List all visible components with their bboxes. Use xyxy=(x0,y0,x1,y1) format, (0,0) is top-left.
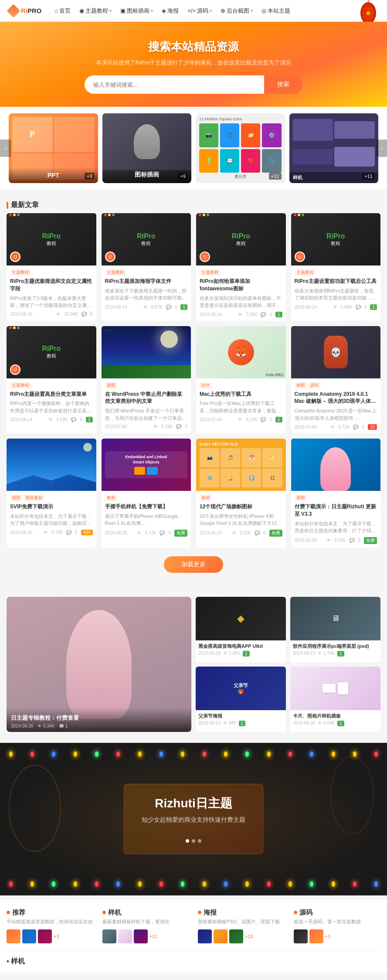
article-card-6[interactable]: · · · · 插图 在 WordPress 中禁止用户删除某些文章类别中的文章… xyxy=(102,326,191,434)
comment-icon-9: 💬 xyxy=(66,530,71,535)
chevron-down-icon2: ▾ xyxy=(151,8,153,13)
article-meta-4: 2019-08-14 👁 5.66K 💬 0 1 xyxy=(295,304,377,310)
article-date-4: 2019-08-14 xyxy=(295,305,329,310)
load-more-button[interactable]: 加载更多 xyxy=(164,556,223,573)
logo[interactable]: RiPRO xyxy=(9,6,42,16)
code-icon: </> xyxy=(187,7,196,14)
logo-text: RiPRO xyxy=(21,7,42,14)
badge-9: 499 xyxy=(81,530,93,535)
carousel-count-icons: +11 xyxy=(269,173,282,180)
featured-item-4[interactable]: 卡片、照相片样机模板 2019-06-20 👁 4.04K 1 xyxy=(290,667,380,732)
carousel-item-icons[interactable]: 12 Modern Square Icons 📷 🎵 📁 ⚙️ 🔋 💬 ❤️ 📎… xyxy=(196,113,285,183)
article-card-3[interactable]: RiPro 教程 U 主题教程 RiPro如何给菜单添加fontawesome图… xyxy=(196,213,286,321)
footer-cat-poster: 海报 我有素材模板PSD、湿图片、背面下载 +13 xyxy=(198,909,285,943)
footer-cat-thumbs-4: +1 xyxy=(294,929,381,943)
views-12: 9.53K xyxy=(334,538,346,543)
carousel-item-girl[interactable]: 图标插画 +9 xyxy=(102,113,192,183)
article-thumb-5: RiPro 教程 U xyxy=(7,326,96,378)
article-date-8: 2019-07-04 xyxy=(295,425,327,429)
carousel-item-ppt[interactable]: P PPT +3 xyxy=(9,113,98,183)
article-title-10: 手摆手机样机【免费下载】 xyxy=(105,503,188,510)
article-cat-2: 主题教程 xyxy=(105,269,188,276)
carousel-count-girl: +9 xyxy=(178,173,188,180)
article-body-7: 软件 Mac上优秀的下载工具 Folx Pro是一款Mac上优秀的下载工具，功能… xyxy=(196,378,286,426)
promo-dot-1[interactable] xyxy=(186,839,189,843)
article-card-4[interactable]: RiPro 教程 U 主题教程 RiPro主题设置前功架下载后公工具 你多次发现… xyxy=(291,213,381,321)
nav-screenshot[interactable]: ⊕ 后台截图 ▾ xyxy=(221,7,253,15)
article-card-7[interactable]: 🦊 Folx PRO 软件 Mac上优秀的下载工具 Folx Pro是一款Mac… xyxy=(196,326,286,434)
footer-cat-mockup: 样机 最新素材模板样机下载，更优化 +11 xyxy=(102,909,190,943)
article-card-5[interactable]: RiPro 教程 U 主题教程 RiPro主题设置高质分类文章菜单 RiPro内… xyxy=(7,326,96,434)
article-thumb-2: RiPro 教程 U xyxy=(102,213,191,265)
nav-source[interactable]: </> 源码 ▾ xyxy=(187,7,212,15)
svg-text:春: 春 xyxy=(366,11,371,16)
article-body-11: 素材 12个现代广场旗帜图标 20个高分辨率女性样机 iPhone X和Goog… xyxy=(196,491,286,540)
article-meta-7: 2019-07-04 👁 5.11K 💬 0 1 xyxy=(200,417,282,422)
nav-theme[interactable]: ◎ 本站主题 xyxy=(261,7,290,15)
search-button[interactable]: 搜索 xyxy=(264,75,302,94)
article-card-12[interactable]: 插图 付费下载演示：日主题Rizhuti 更新至 V3.3 本站积分有包括本文，… xyxy=(291,439,381,548)
article-card-9[interactable]: 插图 视觉素材 SVIP免费下载演示 本站积分有包括本文，为了展示下载，为了用户… xyxy=(7,439,96,548)
section-bar xyxy=(7,202,8,209)
eye-icon-2: 👁 xyxy=(143,305,148,310)
home-icon: ⌂ xyxy=(55,7,58,14)
image-icon: ▣ xyxy=(120,7,126,14)
featured-item-3[interactable]: 父亲节🎁 父亲节海报 2019-06-13 👁 845 1 xyxy=(196,667,286,732)
eye-icon-6: 👁 xyxy=(153,424,158,429)
views-7: 5.11K xyxy=(246,417,257,422)
article-card-2[interactable]: RiPro 教程 U 主题教程 RiPro主题添加海报字体文件 很多朋友子下载使… xyxy=(102,213,191,321)
comment-icon-12: 💬 xyxy=(349,538,354,543)
foot-thumb-2c xyxy=(134,929,148,943)
article-card-10[interactable]: Embedded and LinkedSmart Objects 教程 手摆手机… xyxy=(102,439,191,548)
views-6: 5.34K xyxy=(161,424,173,429)
carousel-item-mockup[interactable]: 样机 +11 xyxy=(289,113,379,183)
featured-item-2[interactable]: 🖥 软件应用程序展示pc端界面层 (psd) 2019-06-13 👁 1.74… xyxy=(290,597,380,662)
foot-thumb-1b xyxy=(22,929,36,943)
promo-dot-3[interactable] xyxy=(198,839,201,843)
light-b13 xyxy=(267,881,271,887)
article-desc-5: RiPro内置一个微微架构，这个架构的作用是可以基于某些标签进行显示某些分... xyxy=(10,400,93,414)
chevron-down-icon3: ▾ xyxy=(210,8,212,13)
footer-cat-thumbs-3: +13 xyxy=(198,929,285,943)
header: RiPRO ⌂ 首页 ◉ 主题教程 ▾ ▣ 图标插画 ▾ ◈ 海报 </> 源码… xyxy=(0,0,387,22)
hero-banner: 搜索本站精品资源 本演示站使用了RiPro子主题进行了少许的美化，放在这里比较丑… xyxy=(0,22,387,107)
carousel-right-arrow[interactable]: › xyxy=(376,140,387,157)
nav-tutorial[interactable]: ◉ 主题教程 ▾ xyxy=(79,7,112,15)
article-date-11: 2019-06-20 xyxy=(200,531,228,535)
comments-11: 0 xyxy=(263,531,266,535)
light-b14 xyxy=(289,881,292,887)
latest-section-title: 最新文章 xyxy=(11,201,39,210)
light-5 xyxy=(95,752,98,757)
comments-9: 0 xyxy=(75,530,78,535)
light-b2 xyxy=(31,881,34,887)
nav-icon[interactable]: ▣ 图标插画 ▾ xyxy=(120,7,153,15)
badge-8: 10 xyxy=(368,424,377,430)
article-date-12: 2019-06-20 xyxy=(295,538,323,543)
article-title-11: 12个现代广场旗帜图标 xyxy=(200,503,282,510)
article-thumb-11: DAILY VECTOR FILE 📷 🎵 📅 📁 ⚙️ 🔔 ⬆️ 12 xyxy=(196,439,286,491)
nav-poster[interactable]: ◈ 海报 xyxy=(162,7,179,15)
promo-dot-2[interactable] xyxy=(192,839,195,843)
featured-item-1[interactable]: ◆ 黑金搭高级首饰电商APP UIkit 2019-06-20 👁 2.08K … xyxy=(196,597,286,662)
footer-cat-desc-3: 我有素材模板PSD、湿图片、背面下载 xyxy=(198,919,285,925)
article-card-11[interactable]: DAILY VECTOR FILE 📷 🎵 📅 📁 ⚙️ 🔔 ⬆️ 12 素材 xyxy=(196,439,286,548)
article-thumb-1: RiPro 教程 U xyxy=(7,213,96,265)
carousel-left-arrow[interactable]: ‹ xyxy=(0,140,11,157)
featured-large[interactable]: 日主题专辑教程：付费查看 2019-06-20 👁 5.34K 💬 1 xyxy=(7,597,191,732)
article-card-8[interactable]: 💀 插图 源码 Complete Anatomy 2019 4.0.1 Mac … xyxy=(291,326,381,434)
search-input[interactable] xyxy=(85,75,264,94)
light-10 xyxy=(203,752,206,757)
article-cat-10: 教程 xyxy=(105,494,188,501)
badge-2: 1 xyxy=(180,304,187,310)
article-meta-1: 2019-08-16 👁 10.94K 💬 0 xyxy=(10,312,93,316)
article-desc-12: 本站积分有包括本文，为了展示下载，而是前往主题色对象要求，打了介绍的二... xyxy=(295,520,377,534)
footer-cat-count-3: +13 xyxy=(245,934,253,939)
article-title-1: RiPro主题优极筛选和文自定义属性字段 xyxy=(10,278,93,293)
nav-home[interactable]: ⌂ 首页 xyxy=(55,7,71,15)
featured-large-date: 2019-06-20 xyxy=(11,724,33,728)
comments-10: 0 xyxy=(168,531,171,535)
comments-7: 0 xyxy=(269,417,272,422)
article-card-1[interactable]: RiPro 教程 U 主题教程 RiPro主题优极筛选和文自定义属性字段 RiP… xyxy=(7,213,96,321)
article-thumb-3: RiPro 教程 U xyxy=(196,213,286,265)
views-3: 7.05K xyxy=(246,312,257,317)
